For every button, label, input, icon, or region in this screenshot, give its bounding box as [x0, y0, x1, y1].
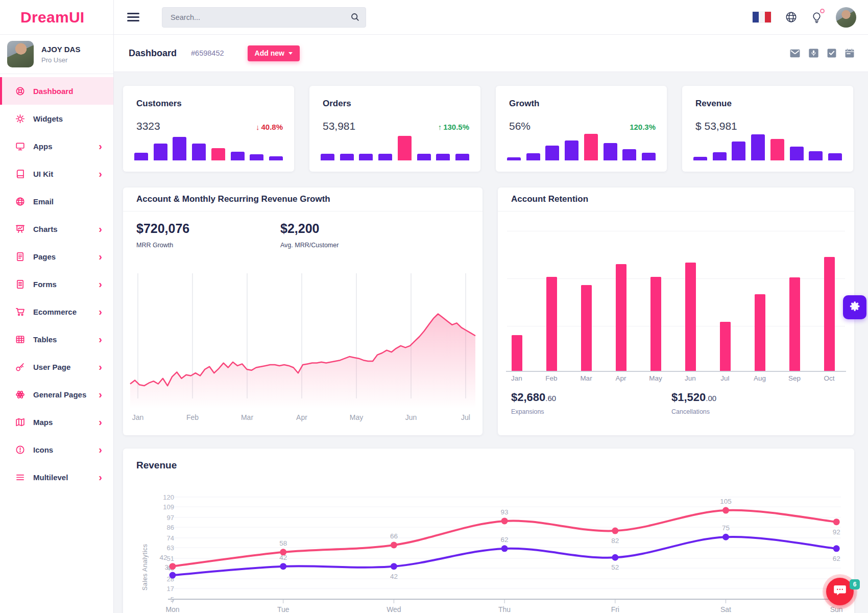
data-point-label: 105: [720, 498, 732, 505]
spark-bar: [642, 153, 656, 160]
microphone-icon[interactable]: [809, 49, 818, 58]
tables-icon: [15, 335, 25, 344]
sidebar-item-charts[interactable]: Charts ›: [0, 215, 113, 243]
x-axis-label: Oct: [816, 374, 842, 382]
search-box: [162, 7, 366, 28]
sidebar-item-tables[interactable]: Tables ›: [0, 325, 113, 353]
userpage-icon: [15, 362, 25, 372]
avatar[interactable]: [836, 7, 856, 28]
sidebar-item-maps[interactable]: Maps ›: [0, 408, 113, 436]
x-axis-label: Jul: [712, 374, 738, 382]
chat-bubble-icon: [833, 584, 847, 599]
data-point-label: 92: [833, 528, 840, 536]
x-axis-label: Mar: [573, 374, 599, 382]
sidebar-item-forms[interactable]: Forms ›: [0, 270, 113, 298]
spark-bar: [455, 154, 469, 160]
french-flag-icon[interactable]: [753, 12, 771, 22]
check-square-icon[interactable]: [827, 49, 836, 58]
hamburger-menu-icon[interactable]: [127, 13, 139, 21]
sidebar-item-general-pages[interactable]: General Pages ›: [0, 381, 113, 408]
mail-icon[interactable]: [790, 49, 800, 58]
forms-icon: [15, 279, 25, 289]
y-tick-label: 86: [167, 524, 174, 531]
data-point-label: 93: [501, 508, 509, 516]
data-point: [612, 554, 618, 561]
sidebar-user-card[interactable]: AJOY DAS Pro User: [0, 35, 113, 74]
page-header: Dashboard #6598452 Add new: [114, 35, 868, 72]
y-tick-label: 74: [167, 534, 174, 542]
spark-bar: [269, 156, 283, 160]
sidebar-item-user-page[interactable]: User Page ›: [0, 353, 113, 381]
spark-bar: [359, 154, 373, 160]
apps-icon: [15, 142, 25, 151]
x-axis-label: Apr: [608, 374, 634, 382]
multilevel-icon: [15, 473, 25, 482]
spark-bar: [173, 137, 186, 160]
sidebar: DreamUI AJOY DAS Pro User Dashboard › Wi…: [0, 0, 114, 613]
spark-bar: [693, 157, 707, 160]
mini-bar-chart: [134, 134, 283, 160]
x-axis-label: Thu: [498, 605, 511, 613]
stat-card-value: 53,981: [323, 120, 355, 132]
mrr-growth-label: MRR Growth: [136, 242, 280, 249]
data-point: [280, 563, 286, 570]
sidebar-item-icons[interactable]: Icons ›: [0, 436, 113, 463]
uikit-icon: [15, 169, 25, 179]
spark-bar: [565, 140, 578, 160]
sidebar-item-apps[interactable]: Apps ›: [0, 132, 113, 160]
data-point: [391, 541, 397, 548]
avg-mrr-label: Avg. MRR/Customer: [280, 242, 339, 249]
retention-bar-mar: [581, 285, 592, 371]
charts-icon: [15, 224, 25, 234]
sidebar-item-email[interactable]: Email ›: [0, 187, 113, 215]
stat-card-customers: Customers 3323 ↓40.8%: [123, 86, 294, 172]
add-new-button[interactable]: Add new: [248, 45, 300, 61]
account-retention-card: Account Retention JanFebMarAprMayJunJulA…: [498, 187, 854, 435]
data-point: [833, 518, 840, 525]
retention-bar-apr: [616, 264, 626, 371]
x-axis-label: Sep: [782, 374, 807, 382]
avatar: [7, 41, 34, 67]
stat-card-change: ↓40.8%: [256, 123, 283, 131]
spark-bar: [250, 154, 263, 160]
search-input[interactable]: [162, 7, 366, 28]
y-tick-label: 109: [163, 503, 174, 511]
retention-bar-sep: [789, 277, 800, 371]
sidebar-item-ui-kit[interactable]: UI Kit ›: [0, 160, 113, 187]
retention-bar-may: [650, 277, 661, 371]
retention-bar-jun: [685, 263, 696, 371]
retention-bar-oct: [824, 257, 835, 371]
email-icon: [15, 197, 25, 206]
user-role: Pro User: [41, 56, 80, 64]
data-point-label: 42: [390, 573, 398, 580]
x-axis-label: Feb: [539, 374, 564, 382]
stat-card-title: Orders: [323, 99, 469, 109]
lightbulb-icon[interactable]: [811, 11, 822, 23]
x-axis-label: Mar: [232, 413, 262, 421]
sidebar-item-pages[interactable]: Pages ›: [0, 243, 113, 270]
spark-bar: [436, 154, 450, 160]
sidebar-item-multilevel[interactable]: Multilevel ›: [0, 463, 113, 491]
x-axis-label: Wed: [387, 605, 401, 613]
settings-fab[interactable]: [843, 295, 866, 319]
sidebar-item-dashboard[interactable]: Dashboard ›: [0, 77, 113, 105]
chevron-right-icon: ›: [99, 391, 102, 398]
spark-bar: [622, 149, 636, 160]
stat-card-orders: Orders 53,981 ↑130.5%: [309, 86, 480, 172]
mrr-area-chart: [123, 273, 483, 409]
brand-logo[interactable]: DreamUI: [0, 0, 113, 35]
search-icon[interactable]: [351, 13, 359, 23]
mini-bar-chart: [321, 134, 469, 160]
data-point: [170, 572, 176, 579]
globe-icon[interactable]: [785, 11, 797, 23]
cancellations-value: $1,520.00: [671, 391, 716, 404]
data-point: [501, 545, 508, 552]
x-axis-label: May: [643, 374, 668, 382]
sidebar-item-widgets[interactable]: Widgets ›: [0, 105, 113, 132]
calendar-icon[interactable]: [845, 49, 854, 58]
data-point-label: 42: [159, 554, 167, 561]
spark-bar: [192, 144, 206, 160]
sidebar-item-ecommerce[interactable]: Ecommerce ›: [0, 298, 113, 325]
data-point: [612, 528, 618, 534]
stat-card-value: $ 53,981: [695, 120, 737, 132]
